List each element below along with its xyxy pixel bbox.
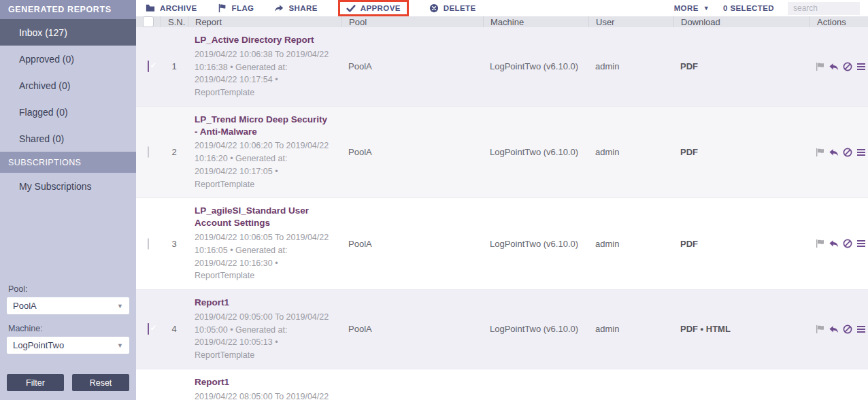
share-button[interactable]: SHARE [274, 3, 317, 13]
row-actions [809, 61, 868, 72]
pool-filter-label: Pool: [8, 284, 129, 294]
sidebar-item-archived[interactable]: Archived (0) [0, 72, 136, 99]
reset-button[interactable]: Reset [72, 374, 129, 391]
archive-button[interactable]: ARCHIVE [146, 3, 197, 13]
report-meta: 2019/04/22 08:05:00 To 2019/04/22 09:05:… [195, 390, 332, 400]
sidebar-item-label: My Subscriptions [19, 181, 92, 192]
table-row: 3 LP_agileSI_Standard User Account Setti… [136, 198, 868, 290]
column-header-pool[interactable]: Pool [341, 16, 483, 27]
more-button[interactable]: MORE ▼ [674, 4, 710, 12]
row-checkbox[interactable] [148, 61, 149, 72]
generated-reports-app: GENERATED REPORTS Inbox (127) Approved (… [0, 0, 868, 400]
block-icon[interactable] [842, 147, 853, 158]
row-actions [809, 147, 868, 158]
column-header-report[interactable]: Report [188, 16, 341, 27]
row-sn: 1 [161, 61, 188, 71]
sidebar-item-label: Shared (0) [19, 133, 64, 144]
sidebar-item-shared[interactable]: Shared (0) [0, 125, 136, 152]
toolbar: ARCHIVE FLAG SHARE APPROVE DELETE [136, 0, 868, 16]
x-circle-icon [429, 3, 439, 13]
column-header-machine[interactable]: Machine [483, 16, 588, 27]
delete-button[interactable]: DELETE [429, 3, 476, 13]
block-icon[interactable] [842, 238, 853, 249]
download-link[interactable]: PDF [673, 147, 809, 157]
sidebar-title: GENERATED REPORTS [0, 0, 136, 19]
row-pool: PoolA [341, 324, 483, 334]
report-title-link[interactable]: Report1 [195, 376, 332, 388]
report-title-link[interactable]: Report1 [195, 297, 332, 309]
sidebar-item-label: Archived (0) [19, 80, 70, 91]
pool-select[interactable]: PoolA ▼ [7, 297, 129, 314]
download-link[interactable]: PDF • HTML [673, 324, 809, 334]
table-body: 1 LP_Active Directory Report 2019/04/22 … [136, 27, 868, 400]
table-header: S.N. Report Pool Machine User Download A… [136, 16, 868, 27]
reply-icon[interactable] [829, 147, 839, 158]
row-machine: LogPointTwo (v6.10.0) [483, 147, 588, 157]
download-link[interactable]: PDF [673, 239, 809, 249]
row-sn: 2 [161, 147, 188, 157]
selected-count: 0 SELECTED [723, 4, 774, 12]
report-title-link[interactable]: LP_agileSI_Standard User Account Setting… [195, 205, 332, 229]
row-user: admin [588, 239, 673, 249]
sidebar-item-my-subscriptions[interactable]: My Subscriptions [0, 173, 136, 199]
reply-icon[interactable] [829, 238, 839, 249]
sidebar-nav: Inbox (127) Approved (0) Archived (0) Fl… [0, 19, 136, 152]
sidebar-section-subscriptions: SUBSCRIPTIONS [0, 152, 136, 173]
reply-icon[interactable] [829, 61, 839, 72]
report-title-link[interactable]: LP_Active Directory Report [195, 34, 332, 46]
row-user: admin [588, 324, 673, 334]
column-header-sn[interactable]: S.N. [161, 16, 188, 27]
sidebar-item-label: Inbox (127) [19, 27, 67, 38]
reply-icon[interactable] [829, 324, 839, 335]
table-row: 4 Report1 2019/04/22 09:05:00 To 2019/04… [136, 290, 868, 369]
flag-button[interactable]: FLAG [218, 3, 254, 13]
approve-highlight-box: APPROVE [338, 0, 409, 16]
sidebar-item-inbox[interactable]: Inbox (127) [0, 19, 136, 46]
table-row: 1 LP_Active Directory Report 2019/04/22 … [136, 27, 868, 107]
column-header-download[interactable]: Download [673, 16, 809, 27]
sidebar-filters: Pool: PoolA ▼ Machine: LogPointTwo ▼ Fil… [0, 275, 136, 400]
list-icon[interactable] [856, 238, 867, 249]
column-header-actions: Actions [809, 16, 868, 27]
approve-label: APPROVE [361, 4, 401, 12]
machine-select[interactable]: LogPointTwo ▼ [7, 337, 129, 354]
flag-icon[interactable] [815, 147, 826, 158]
row-actions [809, 324, 868, 335]
list-icon[interactable] [856, 147, 867, 158]
search-input[interactable] [788, 2, 860, 15]
block-icon[interactable] [842, 324, 853, 335]
select-all-checkbox[interactable] [143, 16, 154, 27]
sidebar: GENERATED REPORTS Inbox (127) Approved (… [0, 0, 136, 400]
table-row: 2 LP_Trend Micro Deep Security - Anti-Ma… [136, 107, 868, 199]
column-header-user[interactable]: User [588, 16, 673, 27]
row-actions [809, 238, 868, 249]
sidebar-item-flagged[interactable]: Flagged (0) [0, 99, 136, 125]
download-link[interactable]: PDF [673, 61, 809, 71]
flag-icon[interactable] [815, 61, 826, 72]
share-label: SHARE [288, 4, 317, 12]
flag-icon[interactable] [815, 324, 826, 335]
row-checkbox[interactable] [148, 323, 149, 335]
row-checkbox[interactable] [148, 146, 149, 158]
block-icon[interactable] [842, 61, 853, 72]
flag-label: FLAG [232, 4, 254, 12]
row-pool: PoolA [341, 61, 483, 71]
folder-icon [146, 3, 155, 13]
list-icon[interactable] [856, 61, 867, 72]
chevron-down-icon: ▼ [117, 342, 123, 349]
list-icon[interactable] [856, 324, 867, 335]
report-meta: 2019/04/22 09:05:00 To 2019/04/22 10:05:… [195, 311, 332, 362]
filter-button[interactable]: Filter [7, 374, 64, 391]
table-row: 5 Report1 2019/04/22 08:05:00 To 2019/04… [136, 369, 868, 400]
approve-button[interactable]: APPROVE [346, 3, 401, 13]
flag-icon[interactable] [815, 238, 826, 249]
row-sn: 3 [161, 239, 188, 249]
row-machine: LogPointTwo (v6.10.0) [483, 239, 588, 249]
more-label: MORE [674, 4, 699, 12]
pool-select-value: PoolA [13, 301, 37, 311]
report-title-link[interactable]: LP_Trend Micro Deep Security - Anti-Malw… [195, 114, 332, 138]
archive-label: ARCHIVE [160, 4, 197, 12]
sidebar-item-approved[interactable]: Approved (0) [0, 46, 136, 72]
row-checkbox[interactable] [148, 238, 149, 250]
chevron-down-icon: ▼ [703, 5, 710, 12]
